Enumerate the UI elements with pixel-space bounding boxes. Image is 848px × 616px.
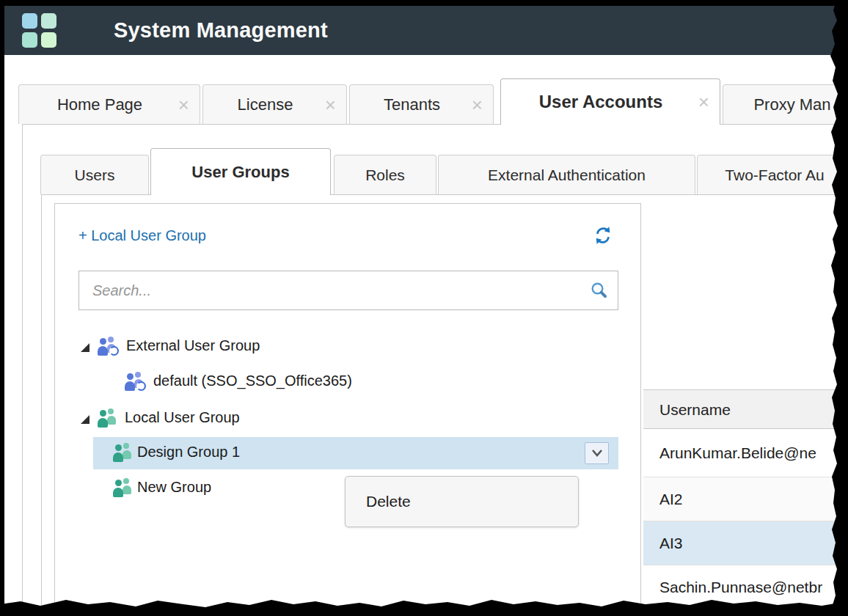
table-row[interactable]: AI2 <box>643 477 848 521</box>
close-icon[interactable]: × <box>690 92 709 111</box>
tree-node-label: New Group <box>137 479 211 496</box>
tab-two-factor-authentication[interactable]: Two-Factor Au <box>697 155 848 194</box>
logo-square <box>41 13 56 29</box>
tab-tenants[interactable]: Tenants × <box>349 84 494 124</box>
close-icon[interactable]: × <box>317 95 336 114</box>
tab-label: User Groups <box>161 163 320 182</box>
local-group-icon <box>111 443 133 463</box>
local-group-icon <box>95 408 117 428</box>
username-cell: ArunKumar.Belide@ne <box>659 444 816 462</box>
tab-label: Two-Factor Au <box>708 166 841 184</box>
tree-node-label: External User Group <box>126 337 260 354</box>
tree-node-external-user-group[interactable]: External User Group <box>55 331 640 363</box>
tab-roles[interactable]: Roles <box>334 155 436 194</box>
tab-label: Tenants <box>360 95 464 114</box>
tab-label: Proxy Man <box>734 95 848 114</box>
expand-toggle-icon[interactable] <box>81 415 89 424</box>
tab-external-authentication[interactable]: External Authentication <box>438 155 695 194</box>
tab-label: License <box>213 95 317 114</box>
refresh-icon[interactable] <box>593 225 613 246</box>
tree-node-design-group-1[interactable]: Design Group 1 <box>55 437 640 469</box>
tree-node-label: default (SSO_SSO_Office365) <box>153 373 352 389</box>
tab-label: User Accounts <box>511 92 690 112</box>
external-group-icon <box>95 337 117 356</box>
expand-toggle-icon[interactable] <box>81 343 89 352</box>
app-header: System Management <box>4 6 848 55</box>
tab-user-accounts[interactable]: User Accounts × <box>500 78 720 125</box>
table-row[interactable]: Sachin.Punnase@netbr <box>643 565 848 609</box>
group-actions-dropdown-button[interactable] <box>585 442 609 464</box>
tab-home-page[interactable]: Home Page × <box>18 84 200 124</box>
search-icon[interactable] <box>590 281 609 300</box>
group-search-box <box>78 271 618 310</box>
user-group-tree-panel: + Local User Group External User Group <box>54 203 641 616</box>
chevron-down-icon <box>591 449 603 458</box>
tab-user-groups[interactable]: User Groups <box>150 148 331 195</box>
close-icon[interactable]: × <box>170 95 189 114</box>
table-row[interactable]: ArunKumar.Belide@ne <box>643 429 848 477</box>
close-icon[interactable]: × <box>464 95 483 114</box>
table-row[interactable]: AI3 <box>643 521 848 565</box>
username-cell: AI2 <box>659 491 683 508</box>
username-cell: Sachin.Punnase@netbr <box>659 579 822 596</box>
app-logo-icon <box>22 13 57 48</box>
tree-node-label: Local User Group <box>125 409 240 426</box>
tree-node-label: Design Group 1 <box>137 444 240 461</box>
local-group-icon <box>111 478 133 498</box>
tab-label: Users <box>51 166 138 184</box>
tab-license[interactable]: License × <box>202 84 347 124</box>
tab-label: Home Page <box>29 95 170 114</box>
tab-proxy-manager[interactable]: Proxy Man <box>723 84 848 124</box>
context-menu: Delete <box>345 476 579 527</box>
app-title: System Management <box>114 6 328 55</box>
search-input[interactable] <box>79 271 618 309</box>
table-header-username: Username <box>643 389 848 429</box>
tab-users[interactable]: Users <box>40 155 149 194</box>
tree-node-local-user-group[interactable]: Local User Group <box>55 403 640 435</box>
users-table: Username ArunKumar.Belide@ne AI2 AI3 Sac… <box>643 389 848 609</box>
tab-label: External Authentication <box>449 166 684 184</box>
username-cell: AI3 <box>659 535 683 552</box>
logo-square <box>22 13 37 29</box>
logo-square <box>22 32 37 48</box>
logo-square <box>41 32 56 48</box>
context-menu-item-delete[interactable]: Delete <box>346 477 578 527</box>
tab-label: Roles <box>345 166 425 184</box>
add-local-user-group-link[interactable]: + Local User Group <box>78 227 206 244</box>
external-group-icon <box>123 372 145 392</box>
tree-node-default-sso[interactable]: default (SSO_SSO_Office365) <box>55 366 640 398</box>
app-window: System Management Home Page × License × … <box>4 6 848 616</box>
